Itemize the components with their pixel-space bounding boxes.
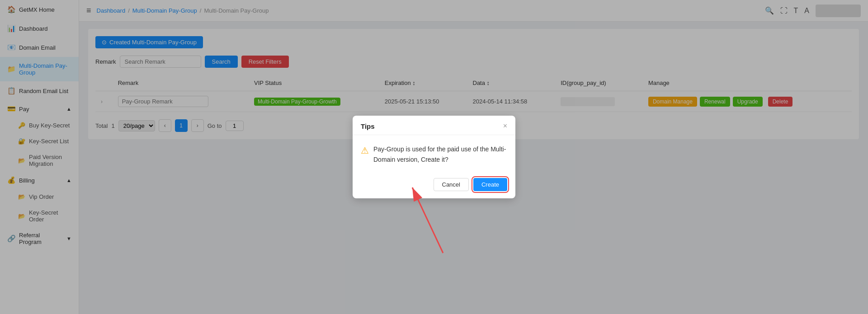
modal-overlay[interactable]: Tips × ⚠ Pay-Group is used for the paid … [0, 0, 868, 314]
create-button[interactable]: Create [473, 178, 507, 191]
cancel-button[interactable]: Cancel [434, 178, 469, 191]
dialog-title: Tips [361, 122, 375, 130]
dialog-close-button[interactable]: × [503, 122, 507, 130]
dialog-header: Tips × [353, 116, 515, 135]
dialog-footer: Cancel Create [353, 173, 515, 198]
warning-icon: ⚠ [361, 145, 369, 156]
tips-dialog: Tips × ⚠ Pay-Group is used for the paid … [353, 116, 515, 198]
dialog-body: ⚠ Pay-Group is used for the paid use of … [353, 135, 515, 173]
dialog-message: Pay-Group is used for the paid use of th… [373, 144, 507, 164]
